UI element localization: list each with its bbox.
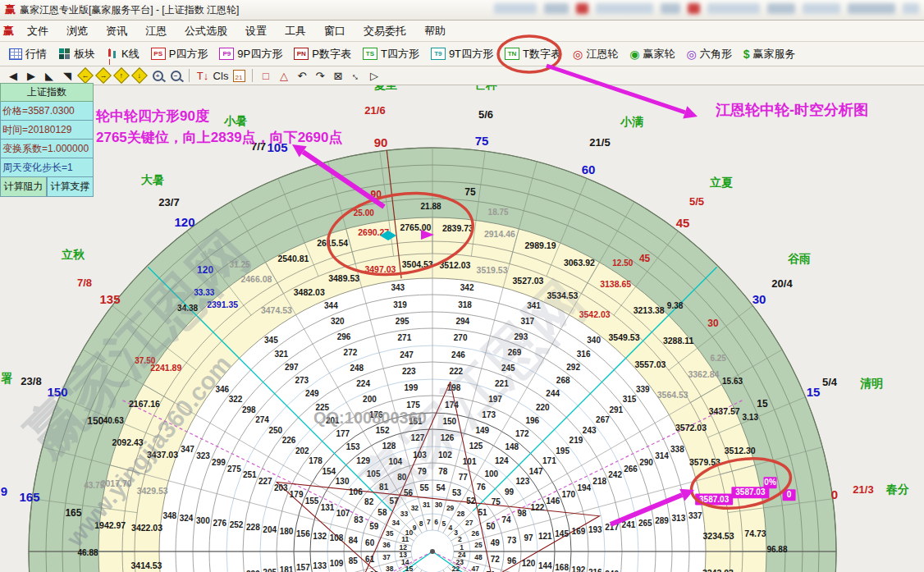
wheel-number: 25 xyxy=(474,541,483,549)
toolbar-button-9t-square[interactable]: T99T四方形 xyxy=(425,45,499,63)
tool-diamond-left[interactable]: ← xyxy=(77,68,94,83)
menu-item-file[interactable]: 文件 xyxy=(18,22,57,40)
wheel-number: 51 xyxy=(478,508,488,517)
wheel-number: 290 xyxy=(639,458,653,467)
percent-ring-label: 25.00 xyxy=(354,208,374,217)
toolbar-button-9p-square[interactable]: P99P四方形 xyxy=(213,45,288,63)
tool-diamond-right[interactable]: → xyxy=(95,68,112,83)
kline-icon xyxy=(107,48,118,60)
tool-cursor-tool[interactable]: ▷ xyxy=(366,68,382,83)
wheel-number: 272 xyxy=(344,348,358,357)
toolbar-label: P数字表 xyxy=(312,47,351,62)
toolbar-button-kline[interactable]: K线 xyxy=(101,45,145,63)
wheel-number: 50 xyxy=(487,522,496,531)
tool-corner-right[interactable]: ◥ xyxy=(59,68,75,83)
hexagon-icon: ◎ xyxy=(686,48,696,60)
wheel-number: 226 xyxy=(282,436,296,445)
window-chrome: 赢 赢家江恩专业版[赢家服务平台] - [上证指数 江恩轮] 赢 文件浏览资讯江… xyxy=(0,0,924,85)
p-square-icon: PS xyxy=(151,48,166,60)
wheel-number: 247 xyxy=(400,350,414,359)
wheel-number: 250 xyxy=(268,426,282,435)
wheel-number: 24 xyxy=(458,551,466,559)
wheel-number: 155 xyxy=(305,496,319,506)
wheel-number: 291 xyxy=(609,405,623,414)
toolbar-button-winner-service[interactable]: $赢家服务 xyxy=(738,45,802,63)
wheel-number: 199 xyxy=(405,383,419,392)
price-ring-inner-label: 3587.03 xyxy=(699,495,730,504)
wheel-number: 30 xyxy=(435,501,443,509)
wheel-number: 251 xyxy=(243,470,257,479)
tool-rect-tool[interactable]: □ xyxy=(258,68,274,83)
wheel-number: 192 xyxy=(572,565,586,572)
toolbar-label: P四方形 xyxy=(169,47,208,62)
menu-item-news[interactable]: 资讯 xyxy=(97,22,136,40)
toolbar-button-hexagon[interactable]: ◎六角形 xyxy=(680,45,737,63)
menu-item-window[interactable]: 窗口 xyxy=(315,22,355,40)
wheel-number: 76 xyxy=(477,483,487,492)
price-ring-outer-label: 2914.46 xyxy=(484,229,515,239)
tool-zoom-in[interactable]: + xyxy=(149,68,166,83)
panel-field-price: 价格=3587.0300 xyxy=(0,102,94,121)
tool-calendar[interactable]: 21 xyxy=(231,68,247,83)
wheel-number: 296 xyxy=(337,332,351,341)
wheel-number: 267 xyxy=(596,415,610,424)
degree-ring-label: 45 xyxy=(639,253,651,264)
rotate-cw-icon: ↷ xyxy=(316,70,325,82)
wheel-number: 73 xyxy=(507,536,517,545)
solar-term-label: 春分 xyxy=(885,483,909,496)
wheel-number: 227 xyxy=(258,477,272,486)
tool-triangle-tool[interactable]: △ xyxy=(276,68,292,83)
degree-ring-label: 75 xyxy=(464,186,476,198)
menu-item-browse[interactable]: 浏览 xyxy=(57,22,97,40)
toolbar-button-t-square[interactable]: TST四方形 xyxy=(357,45,425,63)
percent-ring-label: 3.13 xyxy=(743,413,759,422)
tool-t-marker[interactable]: T↓ xyxy=(194,68,211,83)
toolbar-label: 赢家服务 xyxy=(752,47,795,62)
menu-item-tools[interactable]: 工具 xyxy=(276,22,315,40)
wheel-number: 172 xyxy=(515,429,529,438)
panel-field-conversion-factor: 变换系数=1.000000 xyxy=(0,140,94,158)
wheel-number: 275 xyxy=(227,464,241,474)
panel-field-weekly-step: 周天变化步长=1 xyxy=(0,158,94,177)
price-ring-inner-label: 3422.03 xyxy=(131,523,162,533)
menu-item-gann[interactable]: 江恩 xyxy=(136,22,176,40)
menu-item-trade-order[interactable]: 交易委托 xyxy=(355,22,415,40)
arrow-right-icon: ▶ xyxy=(27,70,35,82)
calc-support-button[interactable]: 计算支撑 xyxy=(47,177,94,197)
price-ring-inner-label: 3474.53 xyxy=(261,305,292,315)
menu-item-formula-stock-picker[interactable]: 公式选股 xyxy=(176,22,236,40)
tool-arrow-right[interactable]: ▶ xyxy=(23,68,39,83)
tool-rotate-cw[interactable]: ↷ xyxy=(312,68,328,83)
cls-button-icon: Cls xyxy=(213,70,229,82)
wheel-number: 75 xyxy=(492,497,501,506)
tool-arrow-left[interactable]: ◀ xyxy=(5,68,21,83)
resize-diag-icon: ↔ xyxy=(348,67,364,84)
tool-cls-button[interactable]: Cls xyxy=(213,68,229,83)
wheel-number: 343 xyxy=(391,283,405,292)
tool-zoom-out[interactable]: − xyxy=(167,68,184,83)
wheel-number: 148 xyxy=(505,442,519,451)
diamond-diamond-down-icon: ↓ xyxy=(131,67,148,84)
toolbar-button-t-number-table[interactable]: TNT数字表 xyxy=(499,45,567,63)
price-ring-inner-label: 3572.03 xyxy=(675,423,707,432)
tool-resize-diag[interactable]: ↔ xyxy=(348,68,364,83)
toolbar-button-p-number-table[interactable]: PNP数字表 xyxy=(288,45,357,63)
toolbar-button-quotes[interactable]: 行情 xyxy=(3,45,53,63)
toolbar-button-winner-wheel[interactable]: ◉赢家轮 xyxy=(624,45,680,63)
menu-item-settings[interactable]: 设置 xyxy=(236,22,276,40)
toolbar-button-sectors[interactable]: 板块 xyxy=(53,45,101,63)
menu-item-help[interactable]: 帮助 xyxy=(415,22,455,40)
tool-diamond-up[interactable]: ↑ xyxy=(113,68,130,83)
tool-corner-left[interactable]: ◣ xyxy=(41,68,57,83)
calc-resistance-button[interactable]: 计算阻力 xyxy=(0,177,47,197)
tool-rotate-ccw[interactable]: ↶ xyxy=(294,68,310,83)
wheel-number: 122 xyxy=(531,503,545,512)
date-label: 5/6 xyxy=(478,108,493,121)
date-label: 23/7 xyxy=(158,196,179,208)
wheel-number: 180 xyxy=(280,527,294,536)
tool-delete-box[interactable]: ⊠ xyxy=(330,68,346,83)
tool-diamond-down[interactable]: ↓ xyxy=(131,68,148,83)
toolbar-button-gann-wheel[interactable]: ◎江恩轮 xyxy=(567,45,624,63)
toolbar-button-p-square[interactable]: PSP四方形 xyxy=(145,45,214,63)
wheel-number: 9 xyxy=(413,524,417,532)
